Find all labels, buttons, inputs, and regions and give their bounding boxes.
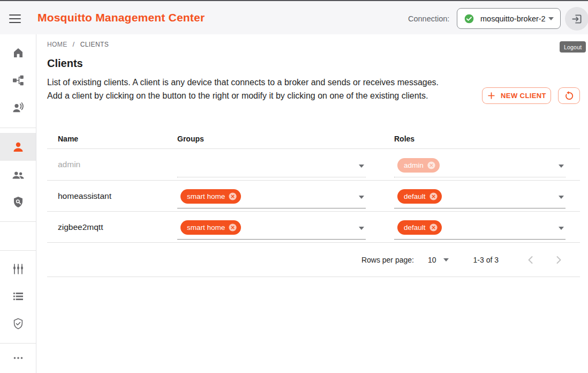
- logout-button[interactable]: [565, 7, 588, 31]
- clients-table: Name Groups Roles admin admin homeassist…: [47, 129, 580, 277]
- role-chip-label: admin: [404, 161, 424, 169]
- breadcrumb-home-link[interactable]: HOME: [47, 41, 67, 48]
- role-chip[interactable]: default: [397, 220, 442, 235]
- chevron-down-icon: [548, 17, 554, 20]
- logout-tooltip: Logout: [560, 41, 586, 53]
- sidebar-item-groups[interactable]: [0, 161, 36, 188]
- chevron-down-icon: [443, 258, 449, 262]
- sidebar-item-home[interactable]: [0, 39, 36, 66]
- group-chip-label: smart home: [187, 192, 225, 200]
- sidebar-item-logs[interactable]: [0, 282, 36, 310]
- plus-icon: [487, 91, 496, 100]
- record-voice-icon: [12, 101, 25, 114]
- breadcrumb-separator: /: [73, 40, 75, 48]
- chevron-down-icon: [359, 196, 364, 199]
- sidebar-spacer: [0, 222, 36, 250]
- roles-select[interactable]: default: [394, 216, 566, 240]
- column-header-groups: Groups: [177, 135, 204, 143]
- chevron-down-icon: [559, 227, 564, 230]
- group-chip-label: smart home: [187, 223, 225, 232]
- chip-delete-icon[interactable]: [228, 223, 237, 232]
- roles-select[interactable]: admin: [394, 154, 566, 177]
- list-icon: [12, 290, 25, 303]
- client-name: homeassistant: [58, 191, 111, 201]
- sidebar-item-security[interactable]: [0, 310, 36, 337]
- chip-delete-icon[interactable]: [429, 192, 438, 201]
- sidebar-item-topology[interactable]: [0, 66, 36, 94]
- more-horizontal-icon: [12, 352, 25, 364]
- sidebar-spacer: [0, 128, 36, 133]
- chevron-right-icon: [552, 253, 565, 266]
- breadcrumb-current: CLIENTS: [80, 41, 109, 48]
- chevron-down-icon: [559, 165, 564, 168]
- roles-select[interactable]: default: [394, 185, 566, 208]
- column-header-roles: Roles: [394, 135, 414, 143]
- connection-value: mosquitto-broker-2: [480, 14, 548, 23]
- role-chip-label: default: [404, 223, 426, 232]
- role-chip-label: default: [404, 192, 426, 200]
- breadcrumb: HOME / CLIENTS: [47, 40, 109, 48]
- chip-delete-icon[interactable]: [429, 223, 438, 232]
- sidebar-spacer: [0, 34, 36, 39]
- page-title: Clients: [47, 57, 83, 70]
- app-title: Mosquitto Management Center: [37, 11, 205, 24]
- chevron-down-icon: [359, 227, 364, 230]
- next-page-button[interactable]: [552, 253, 565, 266]
- group-chip[interactable]: smart home: [180, 189, 241, 204]
- refresh-icon: [564, 91, 575, 101]
- policy-icon: [12, 196, 25, 208]
- shield-check-icon: [12, 317, 25, 330]
- connected-check-icon: [464, 13, 474, 24]
- topology-icon: [12, 74, 25, 87]
- logout-icon: [571, 13, 583, 25]
- client-name: admin: [58, 160, 80, 169]
- sliders-icon: [12, 263, 25, 275]
- chip-delete-icon[interactable]: [427, 161, 436, 170]
- table-row-homeassistant[interactable]: homeassistant smart home default: [47, 181, 580, 212]
- person-icon: [12, 140, 25, 153]
- chevron-down-icon: [359, 165, 364, 168]
- previous-page-button[interactable]: [524, 253, 537, 266]
- groups-select[interactable]: smart home: [177, 216, 366, 240]
- sidebar: [0, 34, 36, 373]
- table-header-row: Name Groups Roles: [47, 129, 580, 149]
- rows-per-page-value: 10: [428, 256, 436, 264]
- sidebar-item-clients[interactable]: [0, 133, 36, 161]
- connection-select[interactable]: mosquitto-broker-2: [457, 8, 561, 29]
- home-icon: [12, 47, 25, 59]
- role-chip[interactable]: default: [397, 189, 442, 204]
- sidebar-item-settings[interactable]: [0, 255, 36, 282]
- table-row-zigbee2mqtt[interactable]: zigbee2mqtt smart home default: [47, 212, 580, 243]
- table-row-admin[interactable]: admin admin: [47, 149, 580, 181]
- sidebar-spacer: [0, 251, 36, 255]
- rows-per-page-label: Rows per page:: [361, 256, 414, 264]
- table-pagination: Rows per page: 10 1-3 of 3: [47, 243, 580, 277]
- groups-select[interactable]: [177, 154, 366, 177]
- sidebar-item-streams[interactable]: [0, 94, 36, 121]
- chevron-left-icon: [524, 253, 537, 266]
- top-app-bar: Mosquitto Management Center Connection: …: [0, 1, 588, 34]
- new-client-button[interactable]: NEW CLIENT: [482, 87, 551, 104]
- group-chip[interactable]: smart home: [180, 220, 241, 235]
- chip-delete-icon[interactable]: [228, 192, 237, 201]
- chevron-down-icon: [559, 196, 564, 199]
- connection-label: Connection:: [408, 14, 449, 23]
- pagination-range: 1-3 of 3: [473, 256, 499, 264]
- new-client-button-label: NEW CLIENT: [501, 92, 546, 100]
- rows-per-page-select[interactable]: 10: [428, 256, 449, 264]
- hamburger-menu-button[interactable]: [9, 12, 22, 25]
- role-chip[interactable]: admin: [397, 158, 440, 173]
- client-name: zigbee2mqtt: [58, 222, 103, 232]
- column-header-name: Name: [58, 135, 78, 143]
- people-icon: [12, 168, 25, 181]
- sidebar-item-more[interactable]: [0, 344, 36, 371]
- refresh-button[interactable]: [558, 87, 580, 104]
- page-description: List of existing clients. A client is an…: [47, 76, 444, 102]
- groups-select[interactable]: smart home: [177, 185, 366, 208]
- sidebar-item-policies[interactable]: [0, 188, 36, 215]
